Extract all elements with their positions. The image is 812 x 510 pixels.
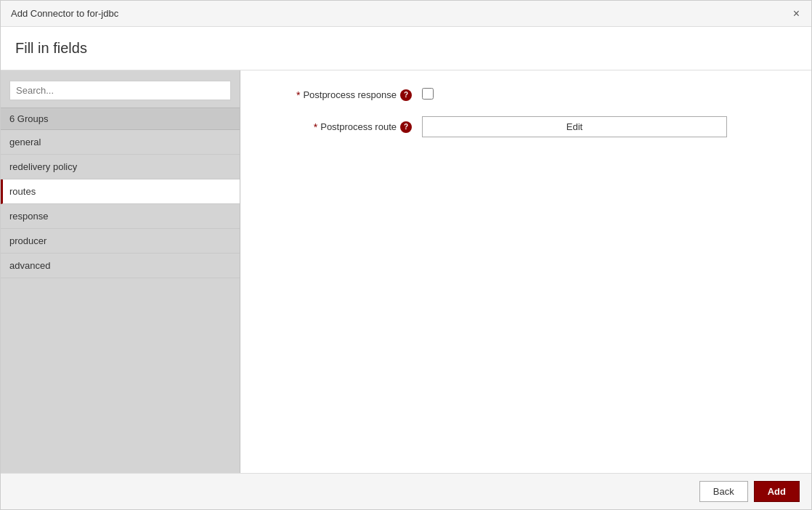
back-button[interactable]: Back	[699, 481, 748, 502]
sidebar-item-general[interactable]: general	[1, 130, 240, 155]
field-label-postprocess-route: * Postprocess route ?	[262, 121, 422, 133]
main-content: * Postprocess response ? * Postprocess r…	[240, 70, 811, 473]
close-button[interactable]: ×	[792, 8, 801, 20]
modal-title: Add Connector to for-jdbc	[11, 8, 118, 19]
postprocess-response-checkbox[interactable]	[422, 88, 434, 100]
field-row-postprocess-route: * Postprocess route ? Edit	[262, 116, 789, 137]
postprocess-route-edit-button[interactable]: Edit	[422, 116, 727, 137]
sidebar-item-producer[interactable]: producer	[1, 229, 240, 254]
modal-header: Add Connector to for-jdbc ×	[1, 1, 811, 27]
postprocess-response-help-icon[interactable]: ?	[400, 89, 412, 101]
postprocess-response-control	[422, 88, 789, 102]
sidebar-item-response[interactable]: response	[1, 204, 240, 229]
required-star: *	[296, 89, 300, 101]
sidebar-item-routes[interactable]: routes	[1, 179, 240, 204]
required-star-route: *	[314, 121, 317, 133]
field-row-postprocess-response: * Postprocess response ?	[262, 88, 789, 102]
sidebar-item-advanced[interactable]: advanced	[1, 254, 240, 278]
modal-body: 6 Groups general redelivery policy route…	[1, 70, 811, 473]
groups-header: 6 Groups	[1, 108, 240, 130]
postprocess-route-label: Postprocess route	[320, 121, 397, 132]
sidebar: 6 Groups general redelivery policy route…	[1, 70, 240, 473]
page-title: Fill in fields	[15, 40, 87, 57]
field-label-postprocess-response: * Postprocess response ?	[262, 89, 422, 101]
search-container	[1, 70, 240, 108]
modal: Add Connector to for-jdbc × Fill in fiel…	[0, 0, 812, 510]
sidebar-nav: general redelivery policy routes respons…	[1, 130, 240, 278]
add-button[interactable]: Add	[754, 481, 800, 502]
search-input[interactable]	[9, 81, 231, 100]
postprocess-response-label: Postprocess response	[303, 89, 397, 100]
sidebar-item-redelivery-policy[interactable]: redelivery policy	[1, 155, 240, 179]
page-title-bar: Fill in fields	[1, 27, 811, 70]
modal-footer: Back Add	[1, 473, 811, 509]
postprocess-route-help-icon[interactable]: ?	[400, 121, 412, 133]
postprocess-route-control: Edit	[422, 116, 789, 137]
